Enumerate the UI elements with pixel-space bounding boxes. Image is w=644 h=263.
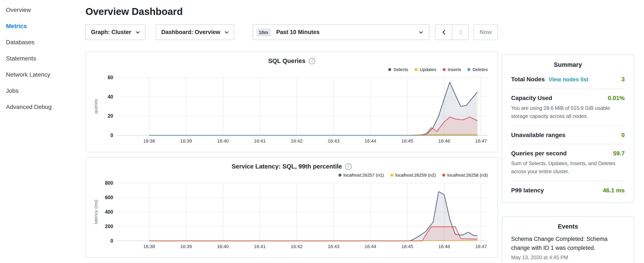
sidebar-item-network-latency[interactable]: Network Latency	[0, 66, 83, 83]
sql-queries-chart-card: SQL Queries i SelectsUpdatesInsertsDelet…	[86, 52, 498, 152]
legend-dot-icon	[388, 68, 392, 71]
chevron-right-icon	[459, 30, 462, 35]
main-content: Overview Dashboard Graph: Cluster Dashbo…	[86, 0, 498, 258]
chevron-left-icon	[442, 30, 446, 35]
svg-text:20: 20	[108, 113, 113, 119]
summary-row-queries-per-second: Queries per second 59.7 Sum of Selects, …	[511, 144, 625, 181]
view-nodes-list-link[interactable]: View nodes list	[548, 76, 588, 83]
sidebar-item-jobs[interactable]: Jobs	[0, 83, 83, 99]
unavailable-ranges-value: 0	[621, 132, 625, 138]
graph-dropdown[interactable]: Graph: Cluster	[86, 24, 146, 40]
time-prev-button[interactable]	[436, 25, 452, 40]
unavailable-ranges-label: Unavailable ranges	[511, 132, 565, 138]
svg-text:16:38: 16:38	[143, 138, 155, 144]
time-next-button[interactable]	[452, 25, 468, 40]
summary-title: Summary	[511, 61, 625, 68]
total-nodes-label: Total Nodes	[511, 76, 545, 83]
event-timestamp: May 13, 2020 at 4:45 PM	[511, 254, 625, 260]
capacity-used-value: 0.01%	[608, 95, 625, 101]
legend-dot-icon	[443, 68, 446, 71]
time-range-label: Past 10 Minutes	[276, 29, 419, 35]
sidebar-item-statements[interactable]: Statements	[0, 50, 83, 66]
time-range-picker[interactable]: 10m Past 10 Minutes	[252, 24, 430, 40]
legend-item[interactable]: Selects	[388, 66, 408, 72]
svg-text:16:39: 16:39	[180, 244, 192, 249]
svg-text:16:46: 16:46	[438, 138, 450, 144]
svg-text:16:40: 16:40	[217, 138, 229, 144]
chart-legend: localhost:26257 (n1)localhost:26259 (n2)…	[90, 172, 488, 178]
sidebar-item-metrics[interactable]: Metrics	[0, 18, 83, 34]
legend-label: Inserts	[448, 67, 461, 72]
service-latency-chart-card: Service Latency: SQL, 99th percentile i …	[86, 157, 498, 258]
page-title: Overview Dashboard	[86, 6, 498, 18]
dashboard-dropdown[interactable]: Dashboard: Overview	[156, 24, 234, 40]
queries-per-second-label: Queries per second	[511, 150, 566, 157]
svg-text:16:39: 16:39	[180, 138, 192, 144]
now-button[interactable]: Now	[474, 24, 498, 40]
toolbar: Graph: Cluster Dashboard: Overview 10m P…	[86, 24, 498, 40]
legend-label: localhost:26259 (n2)	[395, 172, 436, 177]
queries-per-second-description: Sum of Selects, Updates, Inserts, and De…	[511, 160, 625, 175]
legend-dot-icon	[390, 173, 393, 176]
svg-text:16:42: 16:42	[291, 244, 302, 249]
legend-item[interactable]: localhost:26259 (n2)	[390, 172, 436, 178]
svg-text:16:47: 16:47	[475, 138, 487, 144]
chart-title: Service Latency: SQL, 99th percentile	[232, 163, 342, 170]
svg-text:400: 400	[105, 209, 113, 215]
app-window: Overview Metrics Databases Statements Ne…	[0, 0, 644, 263]
svg-text:0: 0	[110, 238, 113, 244]
events-title: Events	[511, 223, 625, 230]
svg-text:16:41: 16:41	[254, 244, 266, 249]
legend-label: localhost:26257 (n1)	[343, 172, 384, 177]
service-latency-chart[interactable]: 020040060080016:3816:3916:4016:4116:4216…	[90, 179, 493, 252]
graph-dropdown-label: Graph: Cluster	[91, 29, 131, 35]
legend-item[interactable]: Deletes	[468, 66, 488, 72]
summary-row-total-nodes: Total NodesView nodes list 3	[511, 70, 625, 89]
svg-text:200: 200	[105, 224, 113, 229]
legend-item[interactable]: localhost:26257 (n1)	[338, 172, 384, 178]
chart-legend: SelectsUpdatesInsertsDeletes	[90, 66, 488, 72]
sidebar-item-advanced-debug[interactable]: Advanced Debug	[0, 99, 83, 115]
sql-queries-chart[interactable]: 020406016:3816:3916:4016:4116:4216:4316:…	[90, 73, 493, 146]
svg-text:16:41: 16:41	[254, 138, 266, 144]
chevron-down-icon	[419, 31, 423, 34]
dashboard-dropdown-label: Dashboard: Overview	[161, 29, 220, 35]
capacity-used-description: You are using 28.6 MiB of 515.9 GiB usab…	[511, 104, 625, 120]
info-icon[interactable]: i	[346, 163, 352, 170]
svg-text:latency (ms): latency (ms)	[93, 200, 98, 224]
legend-item[interactable]: localhost:26258 (n3)	[442, 172, 488, 178]
right-column: Summary Total NodesView nodes list 3 Cap…	[502, 55, 634, 263]
svg-text:queries: queries	[93, 99, 98, 114]
legend-item[interactable]: Updates	[414, 66, 436, 72]
svg-text:60: 60	[108, 75, 113, 80]
svg-text:600: 600	[105, 195, 113, 200]
sidebar-item-databases[interactable]: Databases	[0, 34, 83, 50]
chevron-down-icon	[224, 31, 228, 34]
legend-label: Updates	[420, 67, 436, 72]
sidebar: Overview Metrics Databases Statements Ne…	[0, 2, 83, 115]
p99-latency-label: P99 latency	[511, 187, 544, 194]
time-range-badge: 10m	[256, 28, 271, 36]
svg-text:16:44: 16:44	[365, 244, 376, 249]
chevron-down-icon	[136, 31, 140, 34]
info-icon[interactable]: i	[309, 58, 315, 64]
legend-dot-icon	[442, 173, 445, 176]
summary-row-unavailable-ranges: Unavailable ranges 0	[511, 126, 625, 144]
legend-dot-icon	[468, 68, 470, 71]
svg-text:16:43: 16:43	[328, 138, 339, 144]
event-item[interactable]: Schema Change Completed: Schema change w…	[511, 235, 625, 260]
p99-latency-value: 46.1 ms	[603, 187, 625, 194]
legend-item[interactable]: Inserts	[443, 66, 461, 72]
time-pager	[435, 24, 469, 40]
sidebar-item-overview[interactable]: Overview	[0, 2, 83, 18]
svg-text:16:46: 16:46	[438, 244, 450, 249]
total-nodes-value: 3	[621, 76, 625, 83]
svg-text:40: 40	[108, 94, 113, 100]
summary-panel: Summary Total NodesView nodes list 3 Cap…	[502, 55, 634, 203]
svg-text:16:42: 16:42	[291, 138, 302, 144]
queries-per-second-value: 59.7	[613, 150, 625, 157]
event-text: Schema Change Completed: Schema change w…	[511, 235, 625, 252]
svg-text:16:45: 16:45	[402, 138, 413, 144]
legend-label: Deletes	[473, 67, 488, 72]
svg-text:16:38: 16:38	[143, 244, 155, 249]
